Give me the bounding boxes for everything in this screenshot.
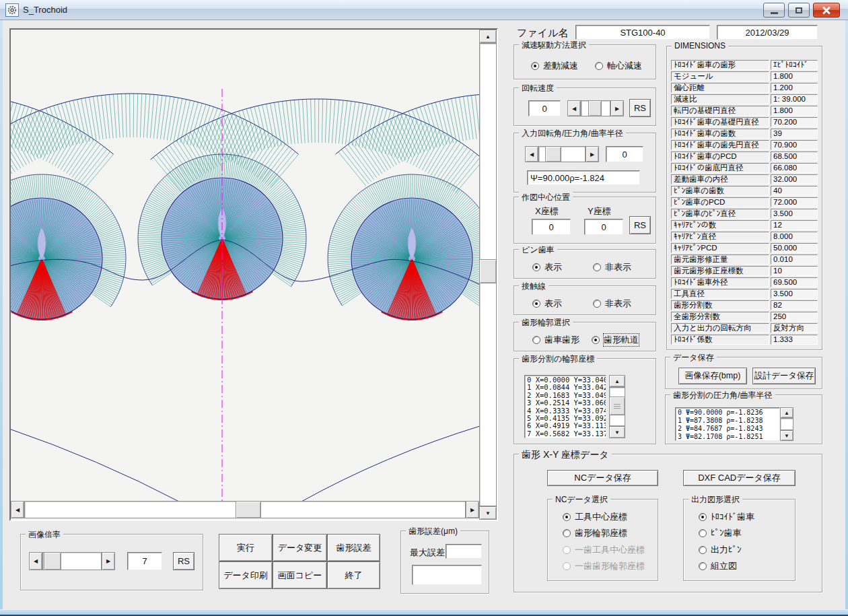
max-error-input[interactable] [446,544,482,559]
group-outline-coords: 歯形分割の輪郭座標 0 X=0.0000 Y=33.04001 X=0.0844… [514,358,656,444]
window-border-right [845,20,848,609]
radio-axial-icon[interactable] [595,62,603,70]
minimize-button[interactable] [763,3,785,18]
canvas-vscroll-up[interactable]: ▲ [479,30,497,43]
radio-contact-show[interactable]: 表示 [532,298,562,310]
dimension-row: 全歯形分割数 250 [671,312,818,322]
angle-scroll-right[interactable]: ▶ [586,146,599,162]
dimension-row: モジュール 1.800 [671,71,818,81]
dimension-label: ﾄﾛｺｲﾄﾞ歯車外径 [671,277,769,287]
radio-pin-hide[interactable]: 非表示 [593,261,631,273]
dimension-value: 0.010 [771,254,818,265]
radio-pin-show[interactable]: 表示 [532,261,562,273]
angle-scroll-left[interactable]: ◀ [525,146,538,162]
group-xy-data: 歯形 X-Y 座標データ NCデータ保存 DXF CADデータ保存 NCデータ選… [514,454,822,592]
list-item[interactable]: 0 Ψ=90.0000 ρ=-1.8236 [678,409,779,417]
pressure-angle-list[interactable]: 0 Ψ=90.0000 ρ=-1.82361 Ψ=87.3808 ρ=-1.82… [675,407,780,441]
speed-rs-button[interactable]: RS [629,99,651,117]
list-item[interactable]: 7 X=0.5682 Y=33.1374 [527,430,606,438]
tooth-error-button[interactable]: 歯形誤差 [327,534,380,561]
max-error-label: 最大誤差 [410,547,445,559]
center-rs-button[interactable]: RS [629,216,651,234]
dimension-label: ﾄﾛｺｲﾄﾞ歯車のPCD [671,151,769,162]
pressure-list-scroll-down[interactable]: ▼ [780,430,793,441]
save-design-button[interactable]: 設計データ保存 [752,368,816,384]
dimension-value: 1.333 [771,335,818,345]
data-change-button[interactable]: データ変更 [273,534,327,561]
dimension-value: 66.080 [771,163,818,173]
group-contact-line-title: 接触線 [519,281,549,292]
radio-tool-center[interactable]: 工具中心座標 [563,511,627,523]
group-pin-gear: ピン歯車 表示 非表示 [514,249,656,279]
dimension-row: ﾋﾟﾝ歯車のﾋﾟﾝ直径 3.500 [671,209,818,219]
data-print-button[interactable]: データ印刷 [219,561,273,589]
radio-tooth-track[interactable]: 歯形軌道 [592,334,639,346]
dimension-value: ｴﾋﾟﾄﾛｺｲﾄﾞ [771,60,818,70]
radio-pin-gear-out[interactable]: ﾋﾟﾝ歯車 [699,527,742,539]
canvas-vscroll-thumb[interactable] [479,259,497,283]
save-image-button[interactable]: 画像保存(bmp) [678,368,747,384]
error-detail-input[interactable] [412,565,482,585]
dimension-row: ﾄﾛｺｲﾄﾞ歯車外径 69.500 [671,277,818,287]
radio-trochoid-gear[interactable]: ﾄﾛｺｲﾄﾞ歯車 [699,511,754,523]
radio-tooth-outline[interactable]: 歯形輪郭座標 [563,527,627,539]
dimension-row: ﾄﾛｺｲﾄﾞ歯車の歯数 39 [671,129,818,139]
run-button[interactable]: 実行 [219,534,273,561]
dimension-value: 69.500 [771,277,818,287]
radio-gear-tooth[interactable]: 歯車歯形 [532,334,579,346]
list-item[interactable]: 3 Ψ=82.1708 ρ=-1.8251 [678,433,779,441]
dimension-value: 39 [771,129,818,139]
drawing-canvas[interactable] [11,30,479,501]
group-data-save: データ保存 画像保存(bmp) 設計データ保存 [665,357,822,389]
zoom-scroll-right[interactable]: ▶ [102,552,115,570]
angle-scroll-thumb[interactable] [545,146,561,162]
zoom-scroll-left[interactable]: ◀ [29,552,42,570]
speed-scroll-right[interactable]: ▶ [610,100,624,116]
list-item[interactable]: 2 Ψ=84.7687 ρ=-1.8243 [678,425,779,433]
dimension-value: 40 [771,186,818,196]
list-item[interactable]: 3 X=0.2514 Y=33.0603 [527,399,606,407]
zoom-rs-button[interactable]: RS [173,552,195,570]
radio-assembly[interactable]: 組立図 [699,560,737,572]
canvas-hscroll-left[interactable]: ◀ [11,501,24,518]
close-button[interactable] [813,3,840,18]
radio-differential-icon[interactable] [531,62,539,70]
radio-contact-hide[interactable]: 非表示 [593,298,631,310]
radio-differential[interactable]: 差動減速 [531,60,578,72]
zoom-scroll-thumb[interactable] [44,552,61,570]
dimension-label: ｷｬﾘｱﾋﾟﾝの数 [671,220,769,230]
list-item[interactable]: 1 Ψ=87.3808 ρ=-1.8238 [678,417,779,425]
quit-button[interactable]: 終了 [327,561,380,589]
pressure-list-scroll-track[interactable] [780,418,793,430]
zoom-value-input[interactable] [127,552,162,570]
group-pressure-angle: 歯形分割の圧力角/曲率半径 0 Ψ=90.0000 ρ=-1.82361 Ψ=8… [665,395,822,444]
dimension-value: 32.000 [771,174,818,184]
speed-scroll-left[interactable]: ◀ [567,100,581,116]
canvas-hscroll-right[interactable]: ▶ [466,501,479,518]
radio-output-pin[interactable]: 出力ﾋﾟﾝ [699,544,742,556]
dimension-label: ｷｬﾘｱﾋﾟﾝ直径 [671,232,769,242]
dxf-save-button[interactable]: DXF CADデータ保存 [683,470,796,486]
group-tooth-error-title: 歯形誤差(μm) [406,526,460,537]
speed-scroll-thumb[interactable] [588,100,602,116]
dimension-label: ﾋﾟﾝ歯車の歯数 [671,186,769,196]
screen-copy-button[interactable]: 画面コピー [273,561,327,589]
y-coord-input[interactable] [584,219,623,235]
group-rotation-speed: 回転速度 ◀ ▶ RS [514,88,656,126]
maximize-button[interactable] [788,3,810,18]
canvas-hscroll-thumb[interactable] [236,501,261,518]
outline-list-scroll-thumb[interactable] [609,397,625,415]
speed-input[interactable] [528,100,561,116]
pressure-list-scroll-up[interactable]: ▲ [780,407,793,418]
x-coord-input[interactable] [532,219,571,235]
canvas-vscroll-down[interactable]: ▼ [479,506,497,520]
outline-list-scroll-up[interactable]: ▲ [609,375,625,387]
nc-save-button[interactable]: NCデータ保存 [547,470,658,486]
outline-coords-list[interactable]: 0 X=0.0000 Y=33.04001 X=0.0844 Y=33.0429… [524,375,606,438]
dimension-label: 入力と出力の回転方向 [671,323,769,333]
dimension-value: 70.900 [771,140,818,150]
angle-input[interactable] [606,146,643,162]
file-name-label: ファイル名 [517,27,568,40]
outline-list-scroll-down[interactable]: ▼ [609,426,625,438]
radio-axial[interactable]: 軸心減速 [595,60,642,72]
